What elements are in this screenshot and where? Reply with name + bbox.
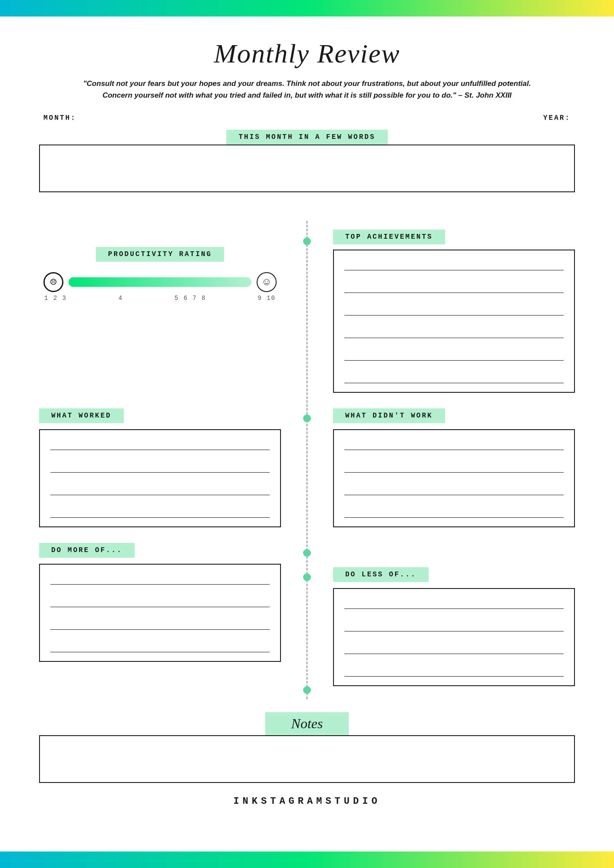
slider-track[interactable] [69,277,251,287]
dot-4 [303,573,311,581]
slider-area: ☹ ☺ [39,272,281,292]
do-more-line-2 [50,596,270,607]
do-less-box[interactable] [333,588,575,686]
do-less-line-3 [344,643,564,654]
what-didnt-work-col: WHAT DIDN'T WORK [307,408,575,527]
achievement-line-4 [344,327,564,338]
sad-face-icon: ☹ [43,272,63,292]
worked-line-3 [50,484,270,495]
do-more-line-3 [50,618,270,630]
didnt-work-line-1 [344,439,564,450]
didnt-work-line-3 [344,484,564,495]
what-worked-col: WHAT WORKED [39,408,307,527]
do-more-line-1 [50,573,270,585]
do-less-inner: DO LESS OF... [333,567,575,686]
didnt-work-line-2 [344,461,564,473]
num-2: 4 [119,295,123,302]
productivity-col: PRODUCTIVITY RATING ☹ ☺ 1 2 3 4 5 6 7 8 … [39,221,307,393]
slider-numbers: 1 2 3 4 5 6 7 8 9 10 [39,292,281,302]
notes-box[interactable] [39,735,575,783]
top-achievements-section: TOP ACHIEVEMENTS [333,230,575,393]
achievements-col: TOP ACHIEVEMENTS [307,221,575,393]
didnt-work-line-4 [344,506,564,518]
do-less-col: DO LESS OF... [307,543,575,686]
worked-line-1 [50,439,270,450]
this-month-header: THIS MONTH IN A FEW WORDS [39,130,575,145]
what-worked-badge: WHAT WORKED [39,408,124,423]
do-less-line-2 [344,620,564,631]
do-less-badge: DO LESS OF... [333,567,429,582]
what-worked-box[interactable] [39,429,281,527]
notes-header: Notes [39,712,575,735]
worked-row: WHAT WORKED WHAT DIDN'T WORK [39,408,575,527]
notes-section: Notes [39,712,575,783]
dot-2 [303,414,311,422]
month-year-row: MONTH: YEAR: [39,114,575,122]
full-layout: PRODUCTIVITY RATING ☹ ☺ 1 2 3 4 5 6 7 8 … [39,221,575,699]
num-3: 5 6 7 8 [175,295,206,302]
productivity-achievements-row: PRODUCTIVITY RATING ☹ ☺ 1 2 3 4 5 6 7 8 … [39,221,575,393]
dot-1 [303,237,311,245]
year-label: YEAR: [543,114,571,122]
achievement-line-1 [344,259,564,270]
what-didnt-work-box[interactable] [333,429,575,527]
this-month-box[interactable] [39,145,575,192]
achievement-line-3 [344,304,564,316]
month-label: MONTH: [43,114,76,122]
worked-line-4 [50,506,270,518]
notes-badge: Notes [265,712,349,735]
do-more-badge: DO MORE OF... [39,543,135,558]
this-month-badge: THIS MONTH IN A FEW WORDS [226,130,387,145]
this-month-section: THIS MONTH IN A FEW WORDS [39,130,575,192]
productivity-section: PRODUCTIVITY RATING ☹ ☺ 1 2 3 4 5 6 7 8 … [39,247,281,302]
dot-5 [303,686,311,694]
footer-brand: INKSTAGRAMSTUDIO [39,796,575,807]
happy-face-icon: ☺ [257,272,277,292]
achievement-line-6 [344,372,564,383]
do-more-less-row: DO MORE OF... DO LESS OF... [39,543,575,686]
top-gradient-bar [0,0,614,16]
num-4: 9 10 [257,295,276,302]
productivity-badge: PRODUCTIVITY RATING [96,247,224,262]
do-less-line-4 [344,665,564,677]
page-title: Monthly Review [39,38,575,69]
num-1: 1 2 3 [44,295,67,302]
achievement-line-5 [344,349,564,361]
dot-3 [303,549,311,557]
what-didnt-work-badge: WHAT DIDN'T WORK [333,408,445,423]
dot-row-bottom [39,686,575,699]
do-less-line-1 [344,598,564,609]
bottom-gradient-bar [0,852,614,868]
worked-line-2 [50,461,270,473]
top-achievements-badge: TOP ACHIEVEMENTS [333,230,445,244]
achievement-line-2 [344,282,564,293]
do-more-line-4 [50,641,270,652]
quote-text: "Consult not your fears but your hopes a… [79,78,535,101]
achievements-box[interactable] [333,250,575,393]
do-more-box[interactable] [39,564,281,662]
do-more-col: DO MORE OF... [39,543,307,686]
